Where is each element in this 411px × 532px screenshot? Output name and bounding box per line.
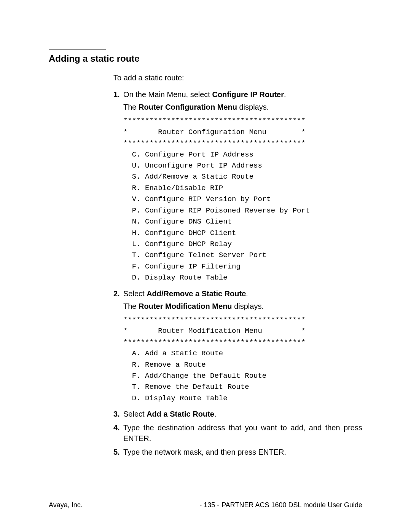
text-prefix: On the Main Menu, select — [123, 90, 212, 99]
text-bold: Add a Static Route — [147, 410, 214, 418]
content-area: To add a static route: 1. On the Main Me… — [113, 73, 362, 457]
step-number: 2. — [113, 288, 123, 299]
heading-rule — [49, 50, 106, 50]
text-suffix: . — [284, 90, 286, 99]
text-suffix: displays. — [232, 302, 264, 310]
intro-text: To add a static route: — [113, 73, 362, 82]
footer-page-number: - 135 - — [199, 501, 219, 509]
text-prefix: Select — [123, 410, 147, 418]
text-suffix: displays. — [237, 103, 269, 111]
step-text: Select Add/Remove a Static Route. — [123, 288, 362, 299]
step-text: On the Main Menu, select Configure IP Ro… — [123, 89, 362, 100]
text-bold: Router Configuration Menu — [139, 103, 237, 111]
step-text: Select Add a Static Route. — [123, 409, 362, 419]
document-page: Adding a static route To add a static ro… — [0, 0, 411, 483]
step-1: 1. On the Main Menu, select Configure IP… — [113, 89, 362, 100]
step-3: 3. Select Add a Static Route. — [113, 409, 362, 419]
step-2: 2. Select Add/Remove a Static Route. — [113, 288, 362, 299]
step-text: Type the destination address that you wa… — [123, 422, 362, 444]
step-2-sub: The Router Modification Menu displays. — [123, 302, 362, 311]
text-prefix: The — [123, 103, 139, 111]
footer-right: - 135 - PARTNER ACS 1600 DSL module User… — [199, 501, 362, 509]
step-number: 1. — [113, 89, 123, 100]
step-5: 5. Type the network mask, and then press… — [113, 447, 362, 457]
text-suffix: . — [246, 289, 248, 298]
text-prefix: Select — [123, 289, 147, 298]
footer-guide-title: PARTNER ACS 1600 DSL module User Guide — [221, 501, 362, 509]
section-heading: Adding a static route — [49, 53, 362, 64]
footer-company: Avaya, Inc. — [49, 501, 83, 509]
step-4: 4. Type the destination address that you… — [113, 422, 362, 444]
step-number: 3. — [113, 409, 123, 419]
step-number: 5. — [113, 447, 123, 457]
text-prefix: The — [123, 302, 139, 310]
text-bold: Router Modification Menu — [139, 302, 232, 310]
step-text: Type the network mask, and then press EN… — [123, 447, 362, 457]
router-config-menu: ****************************************… — [123, 115, 362, 284]
step-1-sub: The Router Configuration Menu displays. — [123, 103, 362, 112]
page-footer: Avaya, Inc. - 135 - PARTNER ACS 1600 DSL… — [49, 501, 362, 509]
text-bold: Configure IP Router — [212, 90, 284, 99]
text-bold: Add/Remove a Static Route — [147, 289, 246, 298]
step-number: 4. — [113, 422, 123, 444]
text-suffix: . — [214, 410, 217, 418]
router-modification-menu: ****************************************… — [123, 315, 362, 404]
